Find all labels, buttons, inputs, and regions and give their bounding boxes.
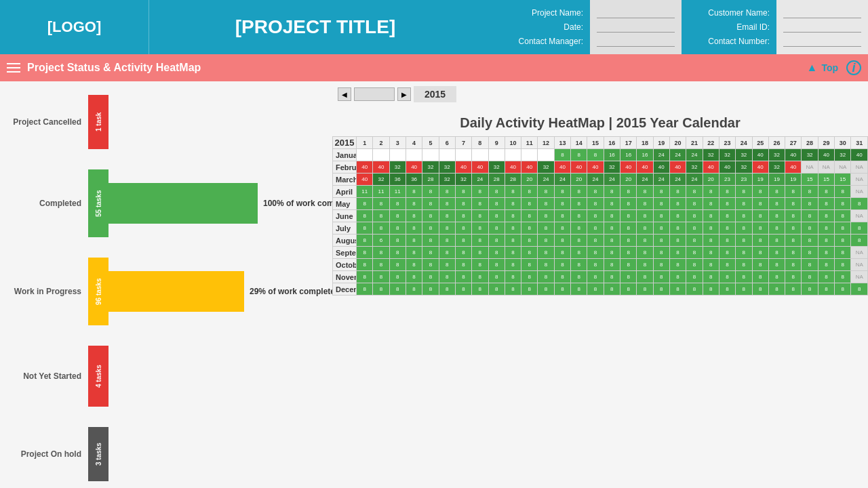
heatmap-cell[interactable]: 8 xyxy=(571,247,587,259)
menu-icon[interactable] xyxy=(0,54,27,81)
heatmap-cell[interactable]: 8 xyxy=(637,222,653,235)
heatmap-cell[interactable]: 8 xyxy=(768,210,785,222)
heatmap-cell[interactable] xyxy=(406,149,422,161)
heatmap-cell[interactable]: 8 xyxy=(488,235,505,247)
heatmap-cell[interactable]: 8 xyxy=(455,247,471,259)
heatmap-cell[interactable]: 8 xyxy=(587,247,604,259)
heatmap-cell[interactable]: 8 xyxy=(736,222,752,235)
heatmap-cell[interactable]: 8 xyxy=(686,271,703,283)
heatmap-cell[interactable]: 8 xyxy=(768,283,785,296)
heatmap-cell[interactable]: 8 xyxy=(357,271,373,283)
heatmap-cell[interactable]: 8 xyxy=(736,210,752,222)
heatmap-cell[interactable]: 8 xyxy=(835,271,851,283)
heatmap-cell[interactable]: 40 xyxy=(521,161,538,174)
heatmap-cell[interactable]: 8 xyxy=(752,271,768,283)
heatmap-cell[interactable] xyxy=(389,149,406,161)
heatmap-cell[interactable]: 8 xyxy=(686,210,703,222)
chart-bar[interactable]: 1 task xyxy=(88,95,108,149)
heatmap-cell[interactable]: 8 xyxy=(604,283,620,296)
heatmap-cell[interactable]: 8 xyxy=(703,210,719,222)
heatmap-cell[interactable]: 8 xyxy=(802,198,818,210)
heatmap-cell[interactable]: 16 xyxy=(620,149,637,161)
heatmap-cell[interactable]: 8 xyxy=(422,186,439,198)
heatmap-cell[interactable]: 8 xyxy=(802,210,818,222)
heatmap-cell[interactable]: 8 xyxy=(752,283,768,296)
heatmap-cell[interactable]: 8 xyxy=(406,259,422,271)
heatmap-cell[interactable]: 8 xyxy=(604,235,620,247)
heatmap-cell[interactable]: 8 xyxy=(422,198,439,210)
heatmap-cell[interactable]: 8 xyxy=(653,259,669,271)
heatmap-cell[interactable]: 8 xyxy=(357,198,373,210)
heatmap-cell[interactable]: 8 xyxy=(439,186,455,198)
heatmap-cell[interactable]: 8 xyxy=(653,210,669,222)
heatmap-cell[interactable]: 8 xyxy=(505,283,521,296)
heatmap-cell[interactable]: 8 xyxy=(472,271,488,283)
heatmap-cell[interactable]: 8 xyxy=(389,259,406,271)
heatmap-cell[interactable]: 8 xyxy=(488,259,505,271)
heatmap-cell[interactable]: 8 xyxy=(406,198,422,210)
heatmap-cell[interactable]: 8 xyxy=(538,222,554,235)
heatmap-cell[interactable]: 8 xyxy=(505,235,521,247)
heatmap-cell[interactable] xyxy=(488,149,505,161)
heatmap-cell[interactable]: 8 xyxy=(604,186,620,198)
heatmap-cell[interactable]: NA xyxy=(851,161,868,174)
heatmap-cell[interactable]: 24 xyxy=(653,149,669,161)
heatmap-cell[interactable]: 8 xyxy=(521,198,538,210)
heatmap-cell[interactable]: 8 xyxy=(768,222,785,235)
heatmap-cell[interactable]: 8 xyxy=(439,271,455,283)
heatmap-cell[interactable]: 8 xyxy=(571,149,587,161)
heatmap-cell[interactable]: 8 xyxy=(373,283,389,296)
heatmap-cell[interactable]: 32 xyxy=(802,149,818,161)
heatmap-cell[interactable]: 8 xyxy=(571,283,587,296)
heatmap-cell[interactable]: 8 xyxy=(752,186,768,198)
top-link[interactable]: Top xyxy=(821,62,838,73)
heatmap-cell[interactable]: 8 xyxy=(439,283,455,296)
heatmap-cell[interactable]: 32 xyxy=(538,161,554,174)
heatmap-cell[interactable]: 8 xyxy=(521,210,538,222)
heatmap-cell[interactable]: 8 xyxy=(637,271,653,283)
heatmap-cell[interactable]: 8 xyxy=(802,259,818,271)
heatmap-cell[interactable]: 8 xyxy=(439,247,455,259)
heatmap-cell[interactable]: 8 xyxy=(851,235,868,247)
heatmap-cell[interactable]: 8 xyxy=(719,247,735,259)
heatmap-cell[interactable]: 8 xyxy=(587,186,604,198)
heatmap-cell[interactable]: 8 xyxy=(719,186,735,198)
heatmap-cell[interactable] xyxy=(505,149,521,161)
heatmap-cell[interactable]: 8 xyxy=(637,186,653,198)
heatmap-cell[interactable]: NA xyxy=(851,259,868,271)
heatmap-cell[interactable]: 8 xyxy=(554,235,570,247)
heatmap-cell[interactable]: 8 xyxy=(505,247,521,259)
project-name-value[interactable] xyxy=(597,7,675,18)
heatmap-cell[interactable]: 8 xyxy=(472,247,488,259)
heatmap-cell[interactable]: 8 xyxy=(669,283,686,296)
heatmap-cell[interactable]: 8 xyxy=(637,247,653,259)
heatmap-cell[interactable]: 8 xyxy=(389,247,406,259)
heatmap-cell[interactable]: 8 xyxy=(373,198,389,210)
info-icon[interactable]: i xyxy=(846,60,861,75)
heatmap-cell[interactable]: 16 xyxy=(604,149,620,161)
heatmap-cell[interactable]: 8 xyxy=(719,222,735,235)
heatmap-cell[interactable]: 15 xyxy=(818,174,834,186)
heatmap-cell[interactable]: 24 xyxy=(587,174,604,186)
heatmap-cell[interactable]: 8 xyxy=(571,198,587,210)
heatmap-cell[interactable]: 8 xyxy=(835,259,851,271)
heatmap-cell[interactable]: 8 xyxy=(686,222,703,235)
heatmap-cell[interactable]: 8 xyxy=(455,259,471,271)
heatmap-cell[interactable]: 8 xyxy=(472,222,488,235)
heatmap-cell[interactable]: 8 xyxy=(802,271,818,283)
heatmap-cell[interactable]: 24 xyxy=(686,149,703,161)
heatmap-cell[interactable]: 8 xyxy=(835,186,851,198)
heatmap-cell[interactable]: 8 xyxy=(719,259,735,271)
heatmap-cell[interactable]: 8 xyxy=(736,283,752,296)
heatmap-cell[interactable]: 8 xyxy=(587,198,604,210)
heatmap-cell[interactable]: 8 xyxy=(620,198,637,210)
heatmap-cell[interactable]: 8 xyxy=(818,271,834,283)
heatmap-cell[interactable]: 8 xyxy=(554,186,570,198)
heatmap-cell[interactable]: 8 xyxy=(587,222,604,235)
heatmap-cell[interactable]: 8 xyxy=(554,271,570,283)
heatmap-cell[interactable]: 8 xyxy=(835,222,851,235)
heatmap-cell[interactable]: 19 xyxy=(785,174,802,186)
heatmap-cell[interactable]: 8 xyxy=(768,186,785,198)
heatmap-cell[interactable]: 8 xyxy=(752,235,768,247)
heatmap-cell[interactable]: 8 xyxy=(587,149,604,161)
